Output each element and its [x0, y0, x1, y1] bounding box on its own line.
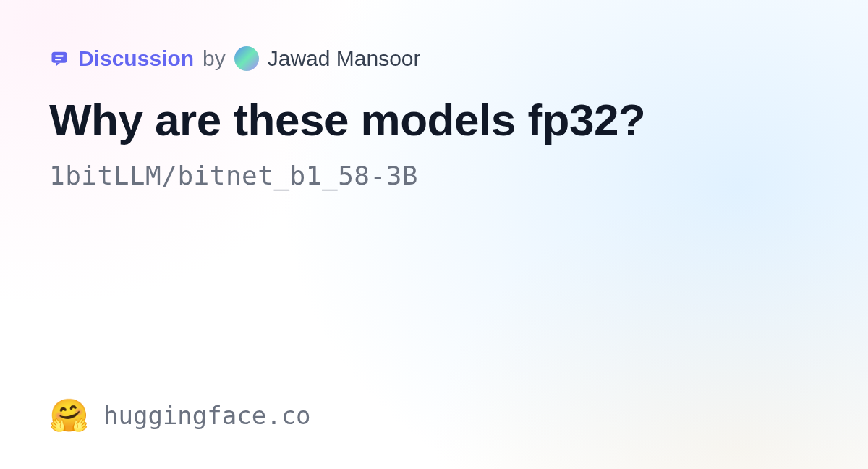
avatar: [234, 46, 259, 71]
discussion-label: Discussion: [78, 46, 194, 71]
repo-path: 1bitLLM/bitnet_b1_58-3B: [49, 161, 819, 190]
svg-rect-0: [52, 52, 67, 63]
discussion-title: Why are these models fp32?: [49, 96, 819, 145]
card-content: Discussion by Jawad Mansoor Why are thes…: [49, 46, 819, 190]
footer: 🤗 huggingface.co: [49, 400, 311, 431]
discussion-icon: [49, 48, 69, 69]
svg-rect-1: [55, 55, 64, 56]
meta-row: Discussion by Jawad Mansoor: [49, 46, 819, 71]
svg-rect-2: [55, 59, 61, 60]
huggingface-icon: 🤗: [49, 400, 89, 431]
by-text: by: [203, 46, 226, 71]
author-name: Jawad Mansoor: [268, 46, 421, 71]
site-label: huggingface.co: [103, 401, 311, 430]
